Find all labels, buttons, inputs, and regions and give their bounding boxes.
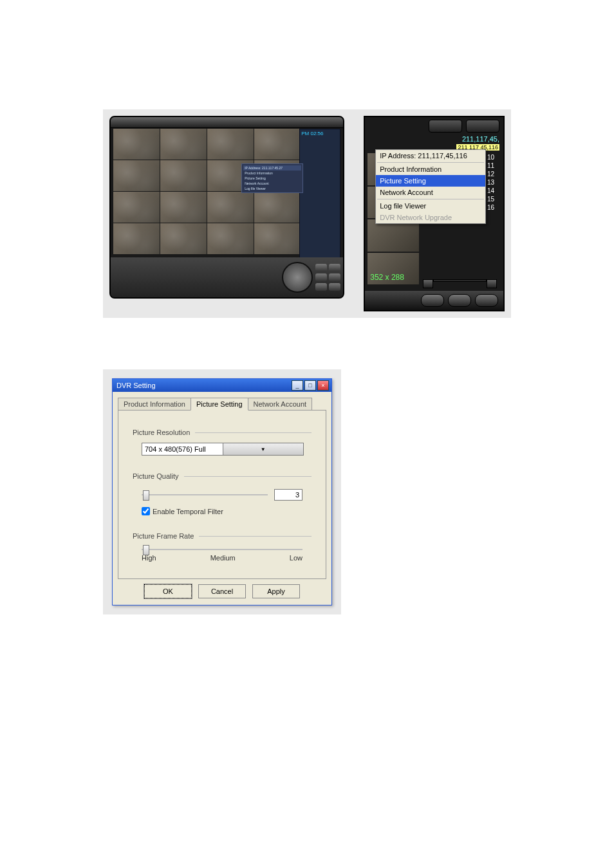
control-button[interactable] — [329, 283, 340, 291]
cancel-button[interactable]: Cancel — [198, 584, 246, 598]
camera-tile[interactable] — [113, 160, 160, 191]
tab-network-account[interactable]: Network Account — [248, 398, 313, 411]
dvr-viewer-window: PM 02:56 IP Address: 211.117.45.27 Produ… — [109, 116, 344, 299]
resolution-combobox[interactable]: 704 x 480(576) Full ▼ — [142, 443, 304, 456]
tab-picture-setting[interactable]: Picture Setting — [191, 398, 248, 411]
camera-tile[interactable] — [160, 223, 207, 254]
tab-panel-picture-setting: Picture Resolution 704 x 480(576) Full ▼… — [118, 410, 326, 579]
maximize-button[interactable]: □ — [304, 380, 316, 391]
group-picture-frame-rate: Picture Frame Rate High Medium Low — [133, 532, 312, 562]
context-menu-item-product-information[interactable]: Product Information — [376, 163, 485, 175]
viewer-controls — [111, 257, 343, 297]
slider-track[interactable] — [142, 549, 302, 550]
context-menu-item-picture-setting[interactable]: Picture Setting — [376, 175, 485, 187]
dvr-setting-dialog: DVR Setting _ □ × Product Information Pi… — [112, 378, 332, 605]
viewer-titlebar — [111, 117, 343, 128]
context-menu-item-log-file-viewer[interactable]: Log file Viewer — [376, 200, 485, 212]
slider-thumb[interactable] — [143, 490, 149, 501]
camera-tile[interactable] — [254, 129, 301, 160]
resolution-label: 352 x 288 — [370, 273, 404, 282]
camera-tile[interactable] — [160, 129, 207, 160]
ok-button[interactable]: OK — [144, 584, 192, 598]
dropdown-arrow-icon[interactable]: ▼ — [223, 443, 304, 455]
group-picture-quality: Picture Quality 3 Enable Temporal Filter — [133, 472, 312, 515]
viewer-context-menu[interactable]: IP Address: 211.117.45.27 Product Inform… — [241, 163, 303, 193]
dvr-context-menu[interactable]: IP Address: 211,117,45,116 Product Infor… — [375, 149, 486, 224]
apply-button[interactable]: Apply — [252, 584, 300, 598]
context-menu-item[interactable]: Product Information — [243, 171, 301, 176]
label-low: Low — [290, 554, 302, 562]
control-button[interactable] — [315, 264, 327, 272]
scroll-track[interactable] — [433, 279, 487, 282]
control-button[interactable] — [329, 273, 340, 281]
dialog-button-row: OK Cancel Apply — [113, 584, 331, 605]
footer-button[interactable] — [448, 294, 471, 307]
quality-slider[interactable]: 3 — [142, 489, 302, 501]
frame-rate-slider[interactable] — [142, 549, 302, 550]
panel-button[interactable] — [429, 120, 462, 133]
viewer-side-panel: PM 02:56 — [299, 129, 340, 259]
context-menu-item[interactable]: Picture Setting — [243, 176, 301, 181]
minimize-button[interactable]: _ — [292, 380, 303, 391]
footer-button[interactable] — [421, 294, 444, 307]
context-menu-item-network-account[interactable]: Network Account — [376, 187, 485, 198]
panel-button[interactable] — [466, 120, 499, 133]
dvr-side-panel: 211,117,45, 211 117 45,116 IP Address: 2… — [364, 116, 505, 311]
dialog-titlebar[interactable]: DVR Setting _ □ × — [113, 379, 331, 392]
group-picture-resolution: Picture Resolution 704 x 480(576) Full ▼ — [133, 429, 312, 456]
scroll-left-button[interactable] — [423, 279, 433, 288]
context-menu-item-dvr-network-upgrade: DVR Network Upgrade — [376, 212, 485, 223]
slider-thumb[interactable] — [143, 545, 149, 555]
control-button[interactable] — [329, 264, 340, 272]
quality-value: 3 — [274, 489, 302, 501]
resolution-value: 704 x 480(576) Full — [142, 445, 223, 453]
jog-wheel[interactable] — [282, 262, 313, 293]
label-medium: Medium — [210, 554, 236, 562]
context-menu-item[interactable]: Log file Viewer — [243, 186, 301, 191]
camera-tile[interactable] — [160, 160, 207, 191]
label-picture-frame-rate: Picture Frame Rate — [133, 532, 194, 540]
slider-track[interactable] — [142, 494, 268, 495]
horizontal-scrollbar[interactable] — [423, 279, 497, 287]
label-picture-resolution: Picture Resolution — [133, 429, 190, 436]
ip-address-label: 211,117,45, — [462, 135, 499, 143]
context-menu-item[interactable]: Network Account — [243, 181, 301, 186]
dialog-title: DVR Setting — [115, 382, 290, 389]
tab-strip: Product Information Picture Setting Netw… — [113, 392, 331, 410]
context-menu-title: IP Address: 211.117.45.27 — [243, 165, 301, 171]
camera-tile[interactable] — [254, 192, 301, 223]
tab-product-information[interactable]: Product Information — [118, 398, 191, 411]
context-menu-title: IP Address: 211,117,45,116 — [376, 150, 485, 162]
camera-tile[interactable] — [207, 129, 254, 160]
camera-tile[interactable] — [207, 192, 254, 223]
footer-button[interactable] — [475, 294, 498, 307]
camera-tile[interactable] — [113, 192, 160, 223]
control-button[interactable] — [315, 273, 327, 281]
label-picture-quality: Picture Quality — [133, 472, 179, 480]
camera-tile[interactable] — [207, 223, 254, 254]
separator — [184, 476, 312, 477]
scroll-right-button[interactable] — [487, 279, 497, 288]
separator — [195, 432, 312, 433]
checkbox-input[interactable] — [142, 507, 150, 515]
preview-tile[interactable] — [367, 219, 419, 252]
checkbox-label: Enable Temporal Filter — [153, 508, 223, 515]
close-button[interactable]: × — [317, 380, 329, 391]
camera-tile[interactable] — [254, 223, 301, 254]
enable-temporal-filter-checkbox[interactable]: Enable Temporal Filter — [142, 507, 312, 515]
separator — [199, 536, 312, 537]
camera-tile[interactable] — [160, 192, 207, 223]
clock: PM 02:56 — [301, 131, 339, 136]
control-button[interactable] — [315, 283, 327, 291]
camera-tile[interactable] — [113, 223, 160, 254]
camera-tile[interactable] — [113, 129, 160, 160]
